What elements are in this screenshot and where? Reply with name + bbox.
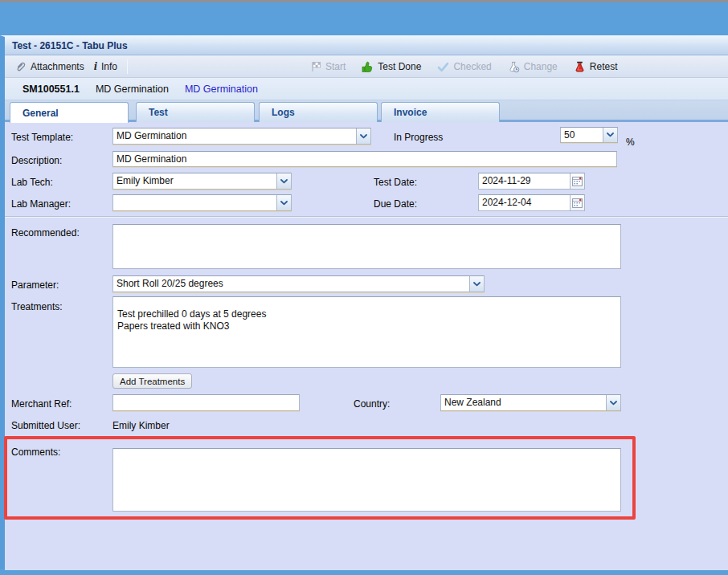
treatments-textarea[interactable]: Test prechilled 0 days at 5 degrees Pape… [112,296,621,368]
submitted-user-value: Emily Kimber [112,420,170,431]
chevron-down-icon[interactable] [603,128,617,142]
start-flag-icon [310,61,321,72]
retest-button[interactable]: Retest [569,59,623,75]
test-window: Test - 26151C - Tabu Plus Attachments i … [0,35,728,569]
checked-label: Checked [453,61,491,72]
test-done-button[interactable]: Test Done [357,59,426,75]
in-progress-label: In Progress [394,132,443,143]
tab-invoice[interactable]: Invoice [381,102,500,122]
lab-tech-value: Emily Kimber [113,173,276,189]
change-label: Change [524,61,558,72]
calendar-icon[interactable] [570,195,584,210]
lab-manager-dropdown[interactable] [112,194,292,211]
general-tab-panel: Test Template: MD Germination In Progres… [5,122,728,570]
tab-strip: General Test Logs Invoice [5,100,728,122]
change-button[interactable]: Change [503,59,562,75]
chevron-down-icon[interactable] [469,276,484,292]
comments-label: Comments: [11,447,60,458]
country-label: Country: [354,398,390,410]
description-input[interactable] [112,151,617,167]
paperclip-icon [14,60,27,72]
info-label: Info [101,61,117,72]
chevron-down-icon[interactable] [276,195,291,210]
description-label: Description: [11,155,62,166]
chevron-down-icon[interactable] [606,395,620,410]
attachments-button[interactable]: Attachments [10,58,89,75]
tab-logs[interactable]: Logs [259,102,378,122]
calendar-icon[interactable] [570,173,584,189]
screen-top-edge [0,0,728,2]
test-date-label: Test Date: [374,177,417,188]
in-progress-dropdown[interactable]: 50 [560,127,618,143]
flask-clock-icon [508,61,520,73]
info-icon: i [94,61,97,71]
lab-tech-label: Lab Tech: [11,177,53,188]
merchant-ref-label: Merchant Ref: [11,398,72,410]
toolbar: Attachments i Info Start [5,55,728,78]
percent-sign: % [626,137,635,148]
attachments-label: Attachments [31,61,84,72]
tab-general[interactable]: General [10,102,129,123]
country-dropdown[interactable]: New Zealand [440,394,621,411]
test-date-editor[interactable]: 2024-11-29 [478,173,585,190]
thumbs-up-icon [362,61,374,73]
test-template-dropdown[interactable]: MD Germination [112,128,371,145]
due-date-value: 2024-12-04 [479,195,570,210]
test-name: MD Germination [96,84,169,95]
in-progress-value: 50 [561,128,603,142]
recommended-label: Recommended: [11,227,80,239]
window-title: Test - 26151C - Tabu Plus [12,40,128,51]
merchant-ref-input[interactable] [112,394,300,411]
tab-test[interactable]: Test [136,102,255,122]
due-date-label: Due Date: [374,198,417,210]
treatments-label: Treatments: [11,301,63,312]
comments-textarea[interactable] [112,448,621,512]
toolbar-action-group: Start Test Done Checked [305,55,622,78]
country-value: New Zealand [441,395,606,410]
sample-id: SM100551.1 [22,84,80,95]
parameter-label: Parameter: [11,279,59,291]
breadcrumb: SM100551.1 MD Germination MD Germination [5,78,728,100]
chevron-down-icon[interactable] [276,173,291,189]
test-template-label: Test Template: [11,132,73,143]
start-button[interactable]: Start [305,59,350,75]
check-icon [437,62,449,72]
submitted-user-label: Submitted User: [11,420,80,431]
template-link[interactable]: MD Germination [185,84,258,95]
due-date-editor[interactable]: 2024-12-04 [478,194,585,211]
parameter-value: Short Roll 20/25 degrees [113,276,469,292]
test-template-value: MD Germination [113,128,356,144]
recommended-textarea[interactable] [112,224,621,269]
lab-manager-value [113,195,276,210]
info-button[interactable]: i Info [89,59,122,75]
retest-label: Retest [590,61,618,72]
parameter-dropdown[interactable]: Short Roll 20/25 degrees [112,275,485,292]
test-done-label: Test Done [378,61,421,72]
toolbar-separator [127,59,128,74]
lab-manager-label: Lab Manager: [11,198,71,210]
section-divider [5,216,728,218]
retest-flask-icon [574,61,586,73]
start-label: Start [325,61,346,72]
chevron-down-icon[interactable] [356,128,370,144]
add-treatments-button[interactable]: Add Treatments [112,373,192,389]
test-date-value: 2024-11-29 [479,173,570,189]
window-titlebar: Test - 26151C - Tabu Plus [5,37,728,55]
lab-tech-dropdown[interactable]: Emily Kimber [112,173,292,190]
checked-button[interactable]: Checked [432,59,496,75]
